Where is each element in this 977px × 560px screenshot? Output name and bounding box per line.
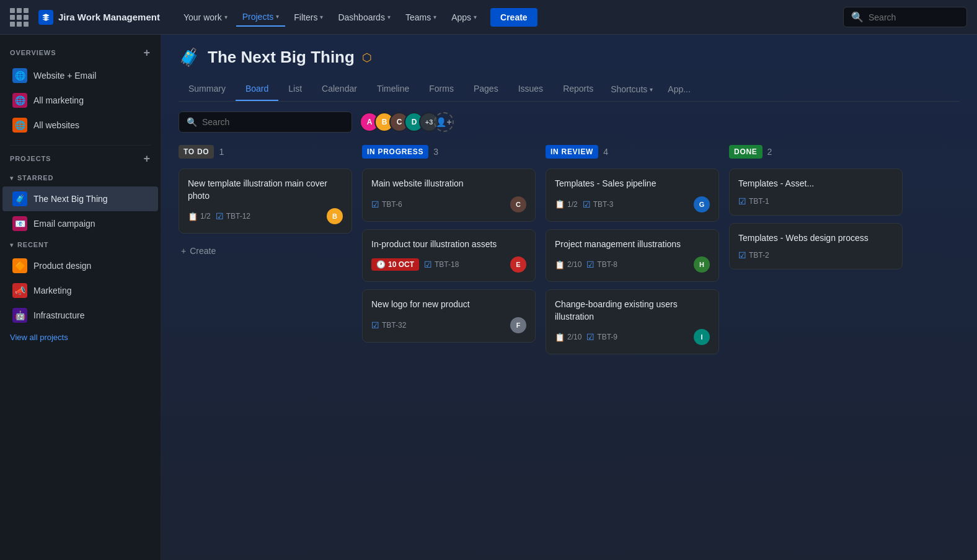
chevron-down-icon: ▾ bbox=[320, 14, 323, 20]
card-id: ☑ TBT-6 bbox=[371, 199, 402, 209]
card-id: ☑ TBT-3 bbox=[583, 199, 614, 209]
all-websites-icon: 🌐 bbox=[12, 118, 27, 133]
column-label-inreview: IN REVIEW bbox=[546, 145, 598, 159]
chevron-icon: ▾ bbox=[10, 175, 14, 182]
app-grid-button[interactable] bbox=[10, 8, 29, 27]
clock-icon: 🕐 bbox=[376, 260, 386, 269]
chevron-down-icon: ▾ bbox=[224, 14, 228, 20]
nav-search-input[interactable] bbox=[869, 12, 959, 22]
column-inreview: IN REVIEW 4 Templates - Sales pipeline 📋… bbox=[546, 142, 719, 354]
card-meta-left: 📋 2/10 ☑ TBT-9 bbox=[555, 332, 617, 342]
sidebar-item-infrastructure[interactable]: 🤖 Infrastructure bbox=[2, 303, 158, 328]
card-meta: 📋 1/2 ☑ TBT-12 B bbox=[188, 208, 343, 224]
nav-teams[interactable]: Teams ▾ bbox=[399, 9, 443, 26]
chevron-down-icon: ▾ bbox=[474, 14, 477, 20]
sidebar-item-all-websites[interactable]: 🌐 All websites bbox=[2, 113, 158, 138]
tab-calendar[interactable]: Calendar bbox=[312, 77, 367, 101]
card-tbt32[interactable]: New logo for new product ☑ TBT-32 F bbox=[362, 289, 536, 343]
card-title: Project management illustrations bbox=[555, 238, 710, 251]
card-id: ☑ TBT-18 bbox=[424, 260, 459, 269]
overviews-section-header: Overviews + bbox=[0, 47, 161, 63]
project-title-row: 🧳 The Next Big Thing ⬡ bbox=[179, 47, 960, 68]
website-email-icon: 🌐 bbox=[12, 68, 27, 83]
card-id: ☑ TBT-32 bbox=[371, 320, 406, 330]
nav-filters[interactable]: Filters ▾ bbox=[288, 9, 329, 26]
sidebar-item-product-design[interactable]: 🔶 Product design bbox=[2, 253, 158, 278]
add-overview-button[interactable]: + bbox=[144, 47, 151, 58]
board-search-box[interactable]: 🔍 bbox=[179, 112, 352, 133]
card-title: New template illustration main cover pho… bbox=[188, 178, 343, 202]
due-date-badge: 🕐 10 OCT bbox=[371, 258, 419, 271]
column-count-done: 2 bbox=[767, 147, 772, 157]
email-campaign-icon: 📧 bbox=[12, 216, 27, 231]
nav-your-work[interactable]: Your work ▾ bbox=[177, 9, 234, 26]
sidebar-item-marketing[interactable]: 📣 Marketing bbox=[2, 278, 158, 303]
add-project-button[interactable]: + bbox=[144, 153, 151, 164]
card-meta-left: ☑ TBT-6 bbox=[371, 199, 402, 209]
card-tbt12[interactable]: New template illustration main cover pho… bbox=[179, 168, 352, 234]
project-star-icon[interactable]: ⬡ bbox=[362, 51, 372, 64]
card-tbt1[interactable]: Templates - Asset... ☑ TBT-1 bbox=[729, 168, 903, 216]
view-all-projects-link[interactable]: View all projects bbox=[0, 328, 161, 347]
card-assignee-avatar: G bbox=[694, 196, 710, 212]
card-id: ☑ TBT-2 bbox=[738, 250, 769, 260]
card-id: ☑ TBT-1 bbox=[738, 196, 769, 206]
card-meta: ☑ TBT-1 bbox=[738, 196, 893, 206]
main-layout: Overviews + 🌐 Website + Email 🌐 All mark… bbox=[0, 35, 977, 560]
card-title: In-product tour illustration assets bbox=[371, 238, 526, 251]
nav-apps[interactable]: Apps ▾ bbox=[445, 9, 483, 26]
tab-shortcuts[interactable]: Shortcuts ▾ bbox=[603, 78, 660, 100]
nav-projects[interactable]: Projects ▾ bbox=[236, 8, 286, 27]
tab-app-more[interactable]: App... bbox=[660, 78, 698, 100]
tab-list[interactable]: List bbox=[278, 77, 312, 101]
add-team-member-button[interactable]: 👤+ bbox=[434, 112, 454, 132]
card-subtask: 📋 2/10 bbox=[555, 333, 581, 342]
starred-section[interactable]: ▾ STARRED bbox=[0, 169, 161, 186]
projects-section-header: Projects + bbox=[0, 153, 161, 169]
card-assignee-avatar: E bbox=[510, 256, 526, 273]
column-header-inreview: IN REVIEW 4 bbox=[546, 142, 719, 161]
infrastructure-icon: 🤖 bbox=[12, 308, 27, 323]
card-assignee-avatar: B bbox=[327, 208, 343, 224]
card-title: Templates - Sales pipeline bbox=[555, 178, 710, 190]
card-tbt2[interactable]: Templates - Webs design process ☑ TBT-2 bbox=[729, 223, 903, 270]
recent-section[interactable]: ▾ RECENT bbox=[0, 236, 161, 253]
tab-forms[interactable]: Forms bbox=[419, 77, 464, 101]
card-assignee-avatar: C bbox=[510, 196, 526, 212]
create-button[interactable]: Create bbox=[490, 8, 537, 27]
tab-board[interactable]: Board bbox=[236, 77, 278, 101]
create-card-button[interactable]: + Create bbox=[179, 241, 352, 261]
subtask-icon: 📋 bbox=[188, 212, 198, 221]
sidebar-item-email-campaign[interactable]: 📧 Email campaign bbox=[2, 211, 158, 236]
tab-summary[interactable]: Summary bbox=[179, 77, 236, 101]
board-search-input[interactable] bbox=[202, 117, 344, 127]
sidebar-item-all-marketing[interactable]: 🌐 All marketing bbox=[2, 88, 158, 113]
card-subtask: 📋 1/2 bbox=[188, 212, 211, 221]
chevron-down-icon: ▾ bbox=[387, 14, 391, 20]
tab-issues[interactable]: Issues bbox=[508, 77, 553, 101]
card-title: New logo for new product bbox=[371, 299, 526, 311]
card-title: Change-boarding existing users illustrat… bbox=[555, 299, 710, 323]
card-tbt3[interactable]: Templates - Sales pipeline 📋 1/2 ☑ TBT-3 bbox=[546, 168, 719, 222]
sidebar-item-website-email[interactable]: 🌐 Website + Email bbox=[2, 63, 158, 88]
nav-dashboards[interactable]: Dashboards ▾ bbox=[332, 9, 397, 26]
card-tbt6[interactable]: Main website illustration ☑ TBT-6 C bbox=[362, 168, 536, 222]
sidebar: Overviews + 🌐 Website + Email 🌐 All mark… bbox=[0, 35, 161, 560]
card-tbt8[interactable]: Project management illustrations 📋 2/10 … bbox=[546, 229, 719, 282]
check-icon: ☑ bbox=[216, 211, 224, 221]
card-meta: ☑ TBT-2 bbox=[738, 250, 893, 260]
nav-search-box[interactable]: 🔍 bbox=[843, 7, 967, 27]
marketing-icon: 📣 bbox=[12, 283, 27, 298]
card-assignee-avatar: F bbox=[510, 317, 526, 333]
tab-reports[interactable]: Reports bbox=[553, 77, 603, 101]
brand-name: Jira Work Management bbox=[58, 12, 160, 22]
card-tbt18[interactable]: In-product tour illustration assets 🕐 10… bbox=[362, 229, 536, 282]
tab-pages[interactable]: Pages bbox=[464, 77, 508, 101]
subtask-icon: 📋 bbox=[555, 260, 565, 269]
brand-logo[interactable]: Jira Work Management bbox=[38, 10, 160, 25]
card-tbt9[interactable]: Change-boarding existing users illustrat… bbox=[546, 289, 719, 354]
board: TO DO 1 New template illustration main c… bbox=[161, 142, 977, 560]
tab-timeline[interactable]: Timeline bbox=[367, 77, 419, 101]
sidebar-item-next-big-thing[interactable]: 🧳 The Next Big Thing bbox=[2, 186, 158, 211]
card-meta: 📋 2/10 ☑ TBT-8 H bbox=[555, 256, 710, 273]
